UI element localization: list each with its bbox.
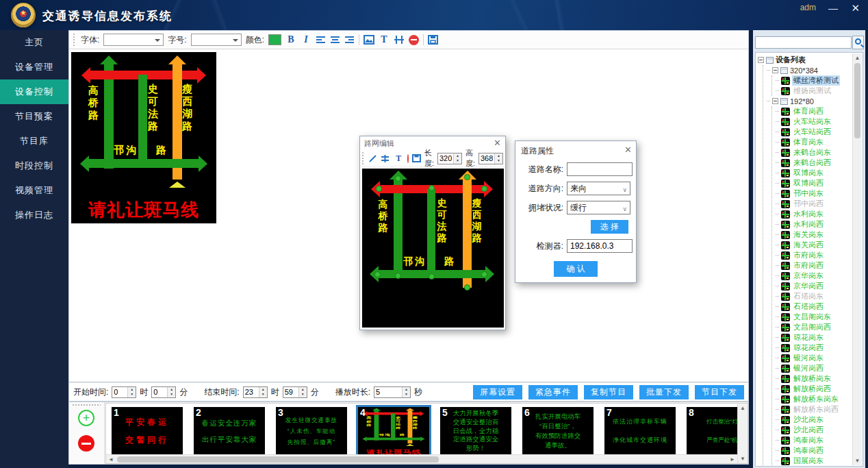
sidebar-item[interactable]: 设备控制 (0, 79, 68, 104)
device-label[interactable]: 解放桥岗西 (792, 384, 832, 394)
device-tree-item[interactable]: 银河岗东 (776, 353, 863, 363)
device-label[interactable]: 解放桥东岗西 (792, 404, 840, 415)
device-tree-item[interactable]: 螺丝湾桥测试 (776, 75, 863, 86)
device-tree-item[interactable]: 鸿泰岗西 (776, 445, 863, 456)
scroll-right-icon[interactable]: ► (730, 456, 735, 463)
device-tree-item[interactable]: 邗中岗东 (776, 188, 863, 199)
device-label[interactable]: 火车站岗西 (792, 127, 832, 137)
program-thumbnail-6[interactable]: 6 扎实开展电动车 “百日整治”， 有效预防道路交 通事故。 (522, 407, 593, 455)
close-icon[interactable]: ✕ (494, 138, 501, 148)
sidebar-item[interactable]: 节目预案 (0, 104, 68, 129)
device-tree-item[interactable]: 沙北岗东 (776, 415, 863, 425)
program-thumbnail-1[interactable]: 1 平安春运 交警同行 (112, 407, 183, 455)
minimize-icon[interactable]: — (828, 3, 838, 14)
program-thumbnail-3[interactable]: 3 发生轻微交通事故 “人未伤、车能动 先拍照、后撤离” (276, 407, 347, 455)
device-tree-item[interactable]: 解放桥东岗东 (776, 394, 863, 404)
device-label[interactable]: 京华岗西 (792, 281, 825, 291)
italic-button[interactable]: I (301, 34, 311, 45)
device-label[interactable]: 双博岗西 (792, 178, 825, 188)
detector-input[interactable] (567, 239, 633, 253)
save-icon[interactable] (428, 35, 438, 45)
device-label[interactable]: 水利岗西 (792, 219, 825, 230)
scrollbar-thumb[interactable] (117, 456, 439, 463)
device-tree-item[interactable]: 解放桥岗东 (776, 373, 863, 384)
thumbnail-vertical-scrollbar[interactable]: ▲ ▼ (737, 404, 748, 463)
scrollbar-thumb[interactable] (854, 63, 860, 138)
action-button[interactable]: 复制节目 (584, 385, 633, 399)
device-label[interactable]: 海关岗东 (792, 230, 825, 240)
device-tree-item[interactable]: 火车站岗东 (776, 116, 863, 127)
program-thumbnail-7[interactable]: 7 依法治理非标车辆 净化城市交通环境 (604, 407, 676, 455)
led-preview[interactable]: 高桥路 史可法路 瘦西湖路 邗沟 路 请礼让斑马线 (71, 52, 216, 223)
sidebar-item[interactable]: 操作日志 (0, 203, 68, 227)
spin-up-icon[interactable]: ▲ (495, 153, 502, 159)
save-icon[interactable] (412, 154, 421, 162)
start-minute-spinner[interactable]: ▲▼ (151, 386, 176, 398)
road-handle[interactable] (395, 273, 401, 279)
insert-image-icon[interactable] (363, 35, 374, 45)
scroll-left-icon[interactable]: ◄ (108, 456, 114, 463)
collapse-icon[interactable] (772, 67, 778, 73)
bold-button[interactable]: B (285, 34, 296, 45)
road-handle[interactable] (429, 273, 435, 280)
device-label[interactable]: 国展岗东 (792, 456, 825, 466)
road-handle[interactable] (481, 186, 487, 192)
device-tree-item[interactable]: 沙北岗西 (776, 425, 863, 435)
action-button[interactable]: 屏幕设置 (473, 385, 522, 399)
font-select[interactable] (103, 34, 164, 46)
spin-up-icon[interactable]: ▲ (128, 387, 136, 393)
spin-up-icon[interactable]: ▲ (403, 387, 410, 393)
action-button[interactable]: 批量下发 (639, 385, 689, 399)
end-minute-spinner[interactable]: ▲▼ (283, 386, 307, 398)
device-tree-item[interactable]: 国展岗东 (776, 456, 863, 466)
sidebar-item[interactable]: 时段控制 (0, 153, 68, 178)
device-tree-item[interactable]: 石塔岗西 (776, 301, 863, 312)
spin-down-icon[interactable]: ▼ (168, 392, 175, 397)
device-label[interactable]: 解放桥东岗东 (792, 394, 840, 404)
spin-up-icon[interactable]: ▲ (168, 387, 175, 393)
spin-down-icon[interactable]: ▼ (403, 392, 410, 397)
device-label[interactable]: 沙北岗东 (792, 415, 825, 425)
height-spinner[interactable]: ▲▼ (478, 153, 503, 164)
spin-down-icon[interactable]: ▼ (259, 392, 267, 397)
device-tree-item[interactable]: 水利岗东 (776, 209, 863, 219)
roadnet-canvas[interactable]: 高桥路 史可法路 瘦西湖路 邗沟 路 (362, 169, 504, 328)
action-button[interactable]: 节目下发 (695, 385, 744, 399)
end-hour-spinner[interactable]: ▲▼ (243, 386, 268, 398)
text-tool-icon[interactable]: T (379, 34, 390, 45)
congestion-select[interactable]: 缓行 (567, 201, 630, 214)
device-label[interactable]: 琼花岗东 (792, 332, 825, 343)
device-label[interactable]: 石塔岗东 (792, 291, 825, 301)
device-tree-item[interactable]: 国展岗西 (776, 466, 863, 467)
device-label[interactable]: 水利岗东 (792, 209, 825, 219)
spin-up-icon[interactable]: ▲ (259, 387, 267, 393)
device-tree-item[interactable]: 海关岗西 (776, 240, 863, 250)
user-name[interactable]: adm (800, 3, 816, 12)
start-hour-spinner[interactable]: ▲▼ (112, 386, 136, 398)
tree-group-192x80[interactable]: 192*80 (767, 96, 863, 106)
device-label[interactable]: 鸿泰岗东 (792, 435, 825, 445)
close-icon[interactable]: ✕ (851, 2, 860, 14)
device-tree-item[interactable]: 京华岗东 (776, 271, 863, 281)
search-button[interactable] (852, 36, 864, 49)
align-center-button[interactable] (330, 36, 340, 45)
device-label[interactable]: 市府岗西 (792, 260, 825, 271)
device-label[interactable]: 文昌阁岗东 (792, 312, 832, 322)
length-input[interactable] (438, 153, 453, 164)
device-label[interactable]: 石塔岗西 (792, 301, 825, 312)
device-tree-item[interactable]: 市府岗东 (776, 250, 863, 260)
device-tree-item[interactable]: 来鹤台岗西 (776, 158, 863, 168)
device-tree-item[interactable]: 银河岗西 (776, 363, 863, 373)
device-label[interactable]: 海关岗西 (792, 240, 825, 250)
device-label[interactable]: 银河岗西 (792, 363, 825, 373)
device-label[interactable]: 维扬岗测试 (792, 86, 832, 96)
device-tree-item[interactable]: 海关岗东 (776, 230, 863, 240)
end-hour-input[interactable] (244, 387, 259, 397)
end-minute-input[interactable] (283, 387, 298, 397)
road-bar-middle[interactable] (427, 189, 435, 277)
road-name-input[interactable] (567, 162, 633, 176)
program-thumbnail-2[interactable]: 2 春运安全连万家 出行平安靠大家 (194, 407, 265, 455)
scroll-up-icon[interactable]: ▲ (738, 405, 748, 411)
spin-down-icon[interactable]: ▼ (299, 392, 307, 397)
spin-down-icon[interactable]: ▼ (454, 158, 461, 164)
